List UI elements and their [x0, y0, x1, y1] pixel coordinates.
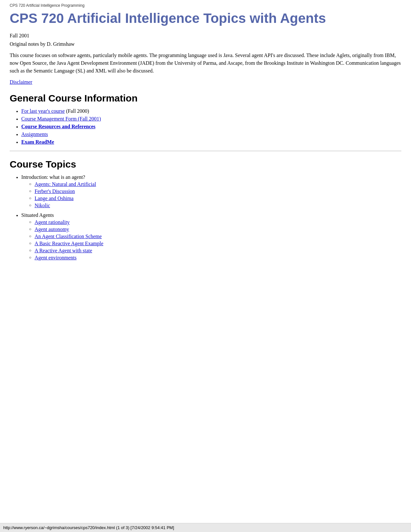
section-divider [10, 151, 401, 151]
course-topics-list: Introduction: what is an agent? Agents: … [10, 174, 401, 262]
list-item: Agent autonomy [29, 227, 103, 232]
general-section-title: General Course Information [10, 93, 401, 104]
last-years-course-link[interactable]: For last year's course [21, 108, 65, 114]
course-description: This course focuses on software agents, … [10, 52, 401, 75]
semester-info: Fall 2001 [10, 33, 401, 39]
list-item: A Basic Reactive Agent Example [29, 241, 103, 247]
agents-natural-artificial-link[interactable]: Agents: Natural and Artificial [34, 181, 96, 187]
lange-oshima-link[interactable]: Lange and Oshima [34, 196, 73, 201]
list-item: A Reactive Agent with state [29, 248, 103, 254]
exam-readme-link[interactable]: Exam ReadMe [21, 139, 54, 145]
list-item: An Agent Classification Scheme [29, 234, 103, 239]
list-item: Lange and Oshima [29, 196, 96, 201]
list-item: Exam ReadMe [16, 139, 401, 145]
page-title: CPS 720 Artificial Intelligence Topics w… [10, 10, 401, 26]
general-info-list: For last year's course (Fall 2000) Cours… [10, 108, 401, 145]
topic-item: Introduction: what is an agent? Agents: … [16, 174, 401, 210]
list-item: Course Management Form (Fall 2001) [16, 116, 401, 122]
list-item: Nikolic [29, 203, 96, 208]
ferbers-discussion-link[interactable]: Ferber's Discussion [34, 189, 75, 194]
list-item: Course Resources and References [16, 124, 401, 130]
last-years-course-suffix: (Fall 2000) [65, 108, 89, 114]
topic-item: Situated Agents Agent rationality Agent … [16, 212, 401, 262]
nikolic-link[interactable]: Nikolic [34, 203, 50, 208]
disclaimer-link[interactable]: Disclaimer [10, 79, 32, 85]
list-item: Agent rationality [29, 219, 103, 225]
list-item: Agent environments [29, 255, 103, 261]
topic-header-intro: Introduction: what is an agent? [21, 174, 85, 180]
list-item: Assignments [16, 131, 401, 137]
author-info: Original notes by D. Grimshaw [10, 41, 401, 47]
intro-sub-list: Agents: Natural and Artificial Ferber's … [16, 181, 96, 210]
topics-section-title: Course Topics [10, 159, 401, 170]
footer-url: http://www.ryerson.ca/~dgrimsha/courses/… [0, 523, 411, 532]
course-resources-link[interactable]: Course Resources and References [21, 124, 95, 129]
agent-environments-link[interactable]: Agent environments [34, 255, 76, 261]
situated-sub-list: Agent rationality Agent autonomy An Agen… [16, 219, 103, 262]
agent-classification-link[interactable]: An Agent Classification Scheme [34, 234, 102, 239]
basic-reactive-agent-link[interactable]: A Basic Reactive Agent Example [34, 241, 103, 247]
assignments-link[interactable]: Assignments [21, 131, 48, 137]
agent-autonomy-link[interactable]: Agent autonomy [34, 227, 69, 232]
reactive-agent-state-link[interactable]: A Reactive Agent with state [34, 248, 92, 254]
list-item: For last year's course (Fall 2000) [16, 108, 401, 114]
topic-header-situated: Situated Agents [21, 212, 54, 218]
list-item: Ferber's Discussion [29, 189, 96, 194]
agent-rationality-link[interactable]: Agent rationality [34, 219, 70, 225]
list-item: Agents: Natural and Artificial [29, 181, 96, 187]
browser-tab-label: CPS 720 Artificial Intelligence Programm… [10, 3, 401, 8]
course-management-link[interactable]: Course Management Form (Fall 2001) [21, 116, 101, 121]
